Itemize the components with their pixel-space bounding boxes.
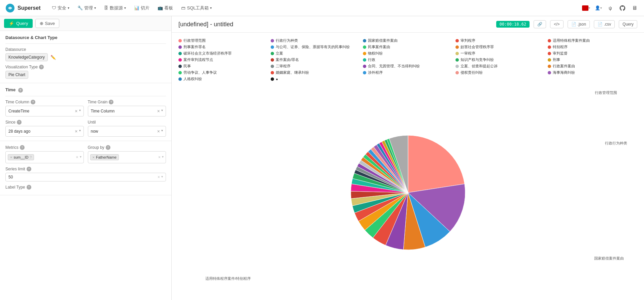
user-icon[interactable]: 👤▾ [594, 4, 602, 12]
legend-item: 与公司、证券、保险、票据等有关的民事纠纷 [271, 44, 360, 49]
menu-security[interactable]: 🛡 安全 ▾ [48, 3, 73, 13]
metrics-clear[interactable]: × [76, 155, 78, 160]
app-logo[interactable]: Superset [5, 3, 40, 13]
groupby-clear[interactable]: × [158, 155, 161, 160]
metrics-arrow: ▾ [80, 155, 81, 160]
pie-label-xingzheng: 行政管理范围 [595, 90, 617, 95]
chevron-down-icon: ▾ [94, 6, 96, 10]
legend-item: 行政管理范围 [178, 38, 268, 43]
json-icon: 📄 [571, 22, 576, 27]
menu-datasource[interactable]: 🗄 数据源 ▾ [101, 3, 129, 13]
pie-label-xingzhengxingwei: 行政行为种类 [605, 141, 627, 146]
link-btn[interactable]: 🔗 [534, 20, 546, 28]
time-col-arrow: ▾ [79, 108, 81, 114]
menu-sql[interactable]: 🗃 SQL工具箱 ▾ [178, 3, 215, 13]
time-col-clear[interactable]: × [75, 108, 77, 114]
legend-item: 合同、无因管理、不当得利纠纷 [363, 64, 452, 69]
legend-item: 刑事 [548, 57, 637, 62]
link-icon: 🔗 [537, 22, 542, 27]
until-field: Until now × ▾ [88, 120, 166, 137]
time-grain-help: ? [109, 100, 113, 104]
legend-item: 案件审判流程节点 [178, 57, 268, 62]
series-limit-input[interactable]: 50 × ▾ [5, 173, 166, 181]
time-grain-select[interactable]: Time Column × ▾ [88, 106, 166, 116]
dashboard-icon: 📺 [158, 5, 163, 10]
since-select[interactable]: 28 days ago × ▾ [5, 126, 84, 137]
viz-help-icon: ? [39, 65, 44, 69]
legend-item: 破坏社会主义市场经济秩序罪 [178, 51, 268, 56]
chart-content: 行政管理范围行政行为种类国家赔偿案件案由审判程序适用特殊程序案件案由刑事案件罪名… [172, 33, 644, 300]
legend-item: 特别程序 [548, 44, 637, 49]
save-button[interactable]: ⊕ Save [35, 19, 59, 28]
edit-icon[interactable]: ✏️ [50, 55, 56, 60]
menu-manage[interactable]: 🔧 管理 ▾ [74, 3, 99, 13]
wrench-icon: 🔧 [77, 5, 83, 10]
time-grain-field: Time Grain ? Time Column × ▾ [88, 100, 166, 116]
csv-btn[interactable]: 📄 .csv [594, 20, 615, 28]
series-limit-arrow: ▾ [161, 175, 163, 179]
metrics-groupby-row: Metrics ? × sum__ID ? × ▾ [5, 145, 166, 163]
groupby-input[interactable]: × FatherName × ▾ [88, 151, 166, 163]
legend-item: 行政 [363, 57, 452, 62]
metrics-field: Metrics ? × sum__ID ? × ▾ [5, 145, 84, 163]
legend-item: 案件案由/罪名 [271, 57, 360, 62]
time-grain-clear[interactable]: × [157, 108, 160, 114]
bolt-icon: ⚡ [9, 21, 14, 26]
groupby-arrow: ▾ [162, 155, 164, 160]
metrics-input[interactable]: × sum__ID ? × ▾ [5, 151, 84, 163]
time-section-title: Time ? [5, 87, 166, 93]
since-help: ? [17, 120, 22, 125]
menu-dashboard[interactable]: 📺 看板 [154, 3, 176, 13]
screen-icon[interactable]: 🖥 [631, 4, 639, 12]
chevron-down-icon: ▾ [68, 6, 69, 10]
flag-icon[interactable]: ▾ [582, 4, 590, 12]
legend-item: 适用特殊程序案件案由 [548, 38, 637, 43]
right-panel: [undefined] - untitled 00:00:18.62 🔗 </>… [172, 16, 644, 300]
json-btn[interactable]: 📄 .json [568, 20, 590, 28]
github-icon[interactable] [618, 4, 626, 12]
since-clear[interactable]: × [75, 129, 77, 134]
plus-icon: ⊕ [40, 21, 43, 26]
until-clear[interactable]: × [157, 129, 160, 134]
topnav-menu: 🛡 安全 ▾ 🔧 管理 ▾ 🗄 数据源 ▾ 📊 切片 📺 看板 🗃 SQL工具箱… [48, 3, 215, 13]
datasource-section-title: Datasource & Chart Type [5, 35, 166, 40]
legend-item: 国家赔偿案件案由 [363, 38, 452, 43]
since-arrow: ▾ [79, 129, 81, 134]
legend-item: 二审程序 [271, 64, 360, 69]
csv-icon: 📄 [598, 22, 603, 27]
series-limit-help: ? [27, 167, 31, 171]
time-help-icon: ? [18, 88, 23, 93]
time-column-select[interactable]: CreateTime × ▾ [5, 106, 84, 116]
viz-type-label: Visualization Type ? [5, 65, 166, 69]
legend-item: 物权纠纷 [363, 51, 452, 56]
time-column-field: Time Column ? CreateTime × ▾ [5, 100, 84, 116]
legend-item: 一审程序 [455, 51, 545, 56]
metrics-help: ? [20, 145, 25, 150]
groupby-tag: × FatherName [90, 154, 119, 160]
query-section: Metrics ? × sum__ID ? × ▾ [0, 141, 171, 195]
logo-icon [5, 3, 15, 13]
query-button[interactable]: ⚡ Query [4, 19, 33, 28]
until-select[interactable]: now × ▾ [88, 126, 166, 137]
chevron-down-icon: ▾ [124, 6, 126, 10]
series-limit-clear[interactable]: × [158, 175, 160, 179]
viz-badge: Pie Chart [5, 71, 28, 79]
tag-remove-icon[interactable]: × [10, 155, 12, 159]
database-icon: 🗄 [104, 5, 108, 10]
time-col-help: ? [31, 100, 35, 104]
legend-item: 妨害社会管理秩序罪 [455, 44, 545, 49]
groupby-tag-remove[interactable]: × [93, 155, 95, 159]
legend-item: 审判程序 [455, 38, 545, 43]
p-icon[interactable]: ψ [606, 4, 614, 12]
pie-slice[interactable] [408, 135, 465, 193]
code-btn[interactable]: </> [550, 20, 563, 28]
series-limit-row: Series limit ? 50 × ▾ [5, 167, 166, 181]
groupby-help: ? [106, 145, 110, 150]
topnav: Superset 🛡 安全 ▾ 🔧 管理 ▾ 🗄 数据源 ▾ 📊 切片 📺 看板… [0, 0, 644, 16]
app-name: Superset [18, 5, 40, 11]
chart-title: [undefined] - untitled [178, 21, 492, 28]
legend-item: 立案、侦查和提起公诉 [455, 64, 545, 69]
legend-item: 人格权纠纷 [178, 76, 268, 81]
query-result-btn[interactable]: Query [619, 20, 637, 28]
menu-slice[interactable]: 📊 切片 [131, 3, 153, 13]
